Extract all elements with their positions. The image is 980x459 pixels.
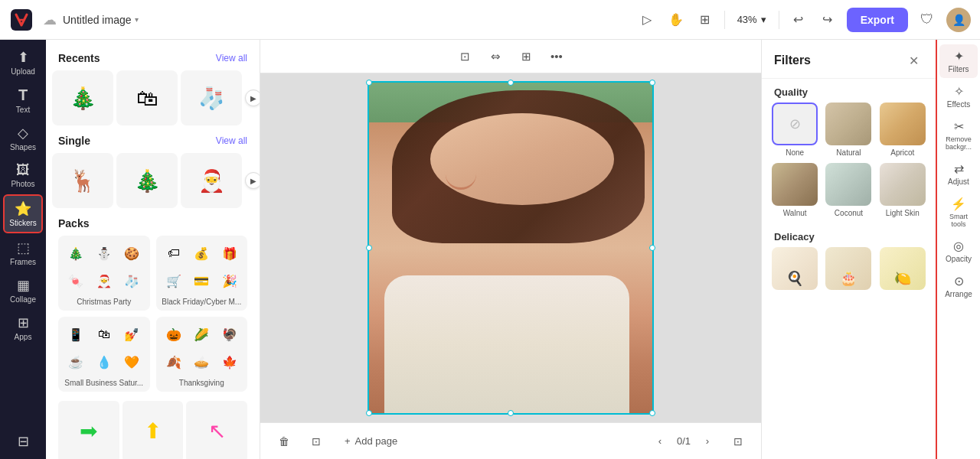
filter-natural[interactable]: Natural xyxy=(825,103,872,157)
filters-panel: Filters ✕ Quality ⊘ None Natural Apricot xyxy=(761,40,936,459)
recents-next-button[interactable]: ▶ xyxy=(245,90,260,106)
export-button[interactable]: Export xyxy=(847,8,908,32)
pack-christmas[interactable]: 🎄 ⛄ 🍪 🍬 🎅 🧦 Christmas Party xyxy=(58,236,150,311)
duplicate-page-button[interactable]: ⊡ xyxy=(305,430,328,453)
crop-tool-button[interactable]: ⊡ xyxy=(452,44,478,70)
arrow-sticker-1[interactable]: ➡ xyxy=(58,401,119,459)
sidebar-item-label: Shapes xyxy=(10,143,36,151)
single-view-all[interactable]: View all xyxy=(216,135,247,146)
canvas-toolbar: ⊡ ⇔ ⊞ ••• xyxy=(260,40,761,73)
sidebar-item-photos[interactable]: 🖼 Photos xyxy=(3,158,43,193)
divider xyxy=(724,11,725,29)
expand-button[interactable]: ⊡ xyxy=(727,431,749,452)
tool-adjust[interactable]: ⇄ Adjust xyxy=(939,157,978,190)
pack-blackfriday[interactable]: 🏷 💰 🎁 🛒 💳 🎉 Black Friday/Cyber M... xyxy=(156,236,248,311)
next-page-button[interactable]: › xyxy=(697,431,718,452)
removebg-icon: ✂ xyxy=(954,119,964,134)
resize-handle-tm[interactable] xyxy=(508,80,514,86)
resize-handle-bm[interactable] xyxy=(508,410,514,416)
filter-apricot[interactable]: Apricot xyxy=(879,103,926,157)
logo-button[interactable] xyxy=(9,8,34,32)
pack-emoji: 🎃 xyxy=(161,321,188,348)
shapes-icon: ◇ xyxy=(18,125,28,142)
resize-handle-tr[interactable] xyxy=(649,80,655,86)
filter-thumb-none: ⊘ xyxy=(772,103,818,145)
sidebar-item-apps[interactable]: ⊞ Apps xyxy=(3,310,43,346)
more-options-button[interactable]: ••• xyxy=(544,44,570,70)
recent-sticker-1[interactable]: 🎄 xyxy=(52,70,113,125)
filter-coconut[interactable]: Coconut xyxy=(825,163,872,217)
pack-thanksgiving[interactable]: 🎃 🌽 🦃 🍂 🥧 🍁 Thanksgiving xyxy=(156,317,248,392)
text-icon: T xyxy=(18,86,28,104)
resize-handle-rm[interactable] xyxy=(649,245,655,251)
tool-filters[interactable]: ✦ Filters xyxy=(939,44,978,78)
topbar-tools: ▷ ✋ ⊞ 43% ▾ ↩ ↪ xyxy=(634,7,841,33)
pack-smallbiz[interactable]: 📱 🛍 💅 ☕ 💧 🧡 Small Business Satur... xyxy=(58,317,150,392)
single-sticker-3[interactable]: 🎅 xyxy=(181,153,242,208)
undo-button[interactable]: ↩ xyxy=(786,7,812,33)
resize-handle-br[interactable] xyxy=(649,410,655,416)
packs-grid: 🎄 ⛄ 🍪 🍬 🎅 🧦 Christmas Party 🏷 💰 🎁 🛒 💳 🎉 xyxy=(46,236,260,401)
filter-thumb-lightskin xyxy=(880,163,926,206)
pan-tool-button[interactable]: ✋ xyxy=(663,7,689,33)
tool-arrange[interactable]: ⊙ Arrange xyxy=(939,269,978,303)
filters-close-button[interactable]: ✕ xyxy=(903,50,923,70)
user-avatar[interactable]: 👤 xyxy=(946,8,971,32)
pack-emoji: 💧 xyxy=(91,350,118,376)
sidebar-item-timeline[interactable]: ⊟ xyxy=(3,428,43,454)
sidebar-item-frames[interactable]: ⬚ Frames xyxy=(3,235,43,271)
single-next-button[interactable]: ▶ xyxy=(245,172,260,189)
select-tool-button[interactable]: ▷ xyxy=(634,7,660,33)
canvas-image-wrapper[interactable] xyxy=(368,81,654,415)
filter-none[interactable]: ⊘ None xyxy=(771,103,818,157)
redo-button[interactable]: ↪ xyxy=(815,7,841,33)
resize-handle-lm[interactable] xyxy=(366,245,372,251)
sidebar-item-upload[interactable]: ⬆ Upload xyxy=(3,44,43,80)
trash-button[interactable]: 🗑 xyxy=(273,430,296,453)
zoom-selector[interactable]: 43% ▾ xyxy=(731,11,773,28)
resize-handle-tl[interactable] xyxy=(366,80,372,86)
add-page-label: Add page xyxy=(355,435,398,447)
filter-delicacy-3[interactable]: 🍋 xyxy=(879,247,926,293)
recent-sticker-2[interactable]: 🛍 xyxy=(116,70,178,125)
filter-lightskin[interactable]: Light Skin xyxy=(879,163,926,217)
filter-walnut[interactable]: Walnut xyxy=(771,163,818,217)
single-sticker-1[interactable]: 🦌 xyxy=(52,153,113,208)
filter-label-lightskin: Light Skin xyxy=(886,209,920,217)
pack-emoji: 💳 xyxy=(188,269,215,295)
sidebar-item-stickers[interactable]: ⭐ Stickers xyxy=(3,194,43,233)
screen-size-button[interactable]: ⊞ xyxy=(692,7,718,33)
pack-emoji: 🎄 xyxy=(63,240,90,267)
tool-effects[interactable]: ✧ Effects xyxy=(939,80,978,113)
photos-icon: 🖼 xyxy=(16,162,30,178)
pack-emoji: 📱 xyxy=(63,321,90,348)
shield-button[interactable]: 🛡 xyxy=(914,7,940,33)
sidebar-item-collage[interactable]: ▦ Collage xyxy=(3,272,43,308)
tool-label: Adjust xyxy=(948,177,969,186)
divider-2 xyxy=(779,11,779,29)
flip-tool-button[interactable]: ⇔ xyxy=(482,44,508,70)
sidebar-item-shapes[interactable]: ◇ Shapes xyxy=(3,120,43,156)
prev-page-button[interactable]: ‹ xyxy=(649,431,671,452)
duplicate-tool-button[interactable]: ⊞ xyxy=(513,44,539,70)
single-title: Single xyxy=(58,135,90,147)
filter-thumb-natural xyxy=(825,103,871,145)
tool-removebg[interactable]: ✂ Remove backgr... xyxy=(939,115,978,155)
resize-handle-bl[interactable] xyxy=(366,410,372,416)
filter-delicacy-1[interactable]: 🍳 xyxy=(771,247,818,293)
tool-smarttools[interactable]: ⚡ Smart tools xyxy=(939,192,978,233)
add-page-button[interactable]: + Add page xyxy=(337,431,405,451)
recents-view-all[interactable]: View all xyxy=(216,53,247,63)
filter-delicacy-2[interactable]: 🎂 xyxy=(825,247,872,293)
sidebar-item-label: Apps xyxy=(15,333,32,341)
recent-sticker-3[interactable]: 🧦 xyxy=(181,70,242,125)
pack-emoji: 💅 xyxy=(119,321,145,348)
arrow-sticker-3[interactable]: ↖ xyxy=(186,401,247,459)
single-sticker-2[interactable]: 🎄 xyxy=(116,153,178,208)
document-title[interactable]: Untitled image ▾ xyxy=(63,14,139,26)
sidebar-item-text[interactable]: T Text xyxy=(3,82,43,119)
tool-opacity[interactable]: ◎ Opacity xyxy=(939,234,978,268)
filter-thumb-d2: 🎂 xyxy=(825,247,871,290)
pack-emoji: ☕ xyxy=(63,350,90,376)
arrow-sticker-2[interactable]: ⬆ xyxy=(122,401,184,459)
